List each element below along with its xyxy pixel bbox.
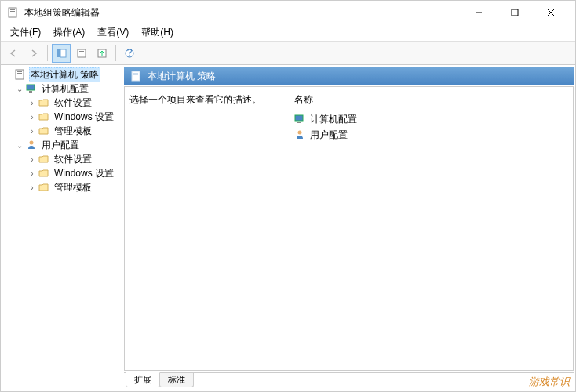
svg-rect-24 (133, 74, 138, 75)
description-text: 选择一个项目来查看它的描述。 (129, 94, 261, 105)
tree-expand-icon[interactable]: › (27, 126, 37, 136)
tree-computer-config[interactable]: ⌄ 计算机配置 (1, 82, 122, 96)
tree-node-label: Windows 设置 (53, 167, 115, 180)
maximize-button[interactable] (497, 1, 533, 24)
back-button[interactable] (4, 44, 23, 63)
svg-rect-26 (297, 122, 301, 123)
content-pane: 本地计算机 策略 选择一个项目来查看它的描述。 名称 计算机配置 用户配置 扩展… (122, 66, 575, 391)
computer-icon (294, 113, 307, 125)
list-item-user[interactable]: 用户配置 (294, 127, 570, 143)
close-button[interactable] (533, 1, 569, 24)
tree-node-label: 管理模板 (53, 181, 93, 194)
properties-button[interactable] (72, 44, 91, 63)
tree-node-label: 用户配置 (40, 139, 81, 152)
folder-icon (38, 111, 50, 123)
svg-rect-20 (29, 91, 32, 93)
svg-rect-18 (17, 73, 22, 74)
tab-extended[interactable]: 扩展 (126, 372, 160, 387)
tree-user-admin[interactable]: › 管理模板 (1, 180, 122, 194)
column-header-name[interactable]: 名称 (294, 93, 570, 111)
tree-user-windows[interactable]: › Windows 设置 (1, 166, 122, 180)
tree-computer-software[interactable]: › 软件设置 (1, 96, 122, 110)
tree-user-config[interactable]: ⌄ 用户配置 (1, 138, 122, 152)
folder-icon (38, 153, 50, 165)
folder-icon (38, 167, 50, 180)
window-title: 本地组策略编辑器 (24, 6, 461, 20)
svg-rect-16 (16, 70, 24, 79)
tree-expand-icon[interactable]: › (27, 98, 37, 107)
show-hide-tree-button[interactable] (52, 44, 71, 63)
svg-rect-1 (10, 9, 15, 10)
tree-node-label: 软件设置 (53, 153, 93, 166)
svg-rect-8 (57, 49, 60, 57)
folder-icon (38, 125, 50, 137)
tree-node-label: 计算机配置 (40, 82, 90, 96)
svg-text:?: ? (127, 48, 133, 58)
svg-rect-19 (27, 85, 35, 90)
list-column: 名称 计算机配置 用户配置 (294, 93, 570, 367)
menu-help[interactable]: 帮助(H) (135, 24, 180, 41)
tree-node-label: 软件设置 (53, 96, 93, 110)
svg-point-27 (298, 131, 302, 135)
content-header-title: 本地计算机 策略 (148, 70, 216, 83)
toolbar-separator (115, 45, 116, 61)
menu-bar: 文件(F) 操作(A) 查看(V) 帮助(H) (1, 24, 575, 42)
policy-icon (14, 68, 27, 81)
tree-node-label: 管理模板 (53, 125, 93, 138)
forward-button[interactable] (24, 44, 43, 63)
policy-icon (130, 70, 143, 82)
svg-rect-5 (512, 9, 518, 16)
list-item-label: 用户配置 (310, 129, 348, 142)
folder-icon (38, 181, 50, 194)
svg-rect-23 (133, 73, 138, 74)
description-column: 选择一个项目来查看它的描述。 (129, 93, 294, 367)
content-body: 选择一个项目来查看它的描述。 名称 计算机配置 用户配置 (124, 86, 574, 371)
main-area: 本地计算机 策略 ⌄ 计算机配置 › 软件设置 › Windows 设置 › 管… (1, 65, 575, 391)
help-button[interactable]: ? (120, 44, 139, 63)
tree-root[interactable]: 本地计算机 策略 (1, 67, 122, 82)
title-bar: 本地组策略编辑器 (1, 1, 575, 24)
svg-rect-9 (60, 49, 66, 57)
tree-node-label: 本地计算机 策略 (29, 67, 100, 82)
tree-expand-icon[interactable]: › (27, 169, 37, 178)
toolbar-separator (47, 45, 48, 61)
user-icon (25, 139, 38, 151)
app-icon (7, 6, 20, 19)
tree-collapse-icon[interactable]: ⌄ (15, 140, 24, 150)
tree-user-software[interactable]: › 软件设置 (1, 152, 122, 166)
tree-expand-icon[interactable]: › (27, 112, 37, 122)
tab-standard[interactable]: 标准 (159, 373, 194, 387)
content-header: 本地计算机 策略 (124, 67, 574, 85)
tree-collapse-icon[interactable]: ⌄ (15, 84, 24, 93)
watermark: 游戏常识 (529, 375, 570, 389)
svg-rect-11 (79, 51, 84, 52)
user-icon (294, 129, 307, 141)
minimize-button[interactable] (461, 1, 497, 24)
toolbar: ? (1, 42, 575, 65)
list-item-computer[interactable]: 计算机配置 (294, 111, 570, 127)
tree-computer-windows[interactable]: › Windows 设置 (1, 110, 122, 124)
svg-rect-25 (295, 115, 303, 121)
svg-rect-3 (10, 13, 13, 13)
tree-computer-admin[interactable]: › 管理模板 (1, 124, 122, 138)
svg-rect-17 (17, 71, 22, 72)
svg-rect-2 (10, 11, 15, 12)
tree-expand-icon[interactable]: › (27, 154, 37, 164)
menu-file[interactable]: 文件(F) (4, 24, 47, 41)
tree-pane[interactable]: 本地计算机 策略 ⌄ 计算机配置 › 软件设置 › Windows 设置 › 管… (1, 66, 122, 391)
computer-icon (25, 82, 38, 95)
list-item-label: 计算机配置 (310, 113, 357, 126)
menu-view[interactable]: 查看(V) (91, 24, 135, 41)
svg-point-21 (30, 141, 34, 145)
bottom-tabs: 扩展 标准 (124, 372, 574, 390)
tree-node-label: Windows 设置 (53, 111, 115, 124)
svg-rect-12 (79, 53, 84, 53)
menu-action[interactable]: 操作(A) (47, 24, 91, 41)
tree-expand-icon[interactable]: › (27, 183, 37, 192)
svg-rect-22 (132, 71, 140, 81)
export-button[interactable] (93, 44, 111, 63)
folder-icon (38, 96, 50, 109)
